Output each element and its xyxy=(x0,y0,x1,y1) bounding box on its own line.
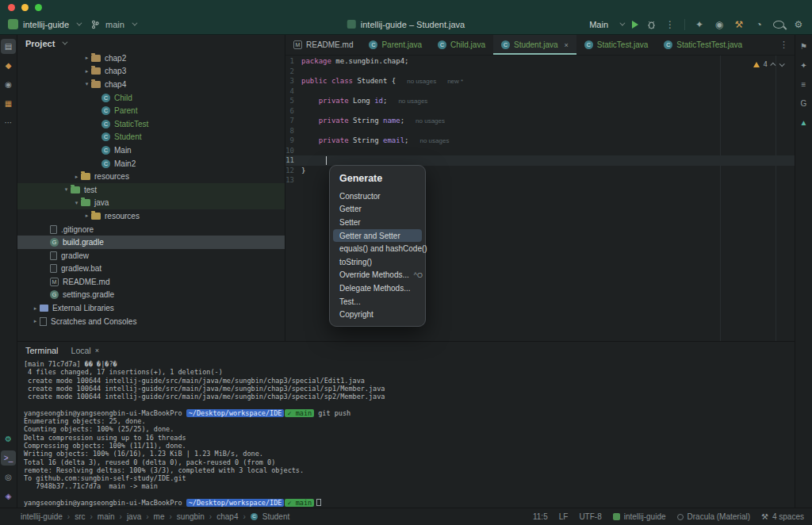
chevron-collapsed-icon[interactable]: ▸ xyxy=(31,318,40,324)
menu-item-copyright[interactable]: Copyright xyxy=(333,308,422,321)
terminal-output[interactable]: [main 71c7d7a] �� �|�?� 4 files changed,… xyxy=(17,359,795,507)
caret-position[interactable]: 11:5 xyxy=(533,512,548,521)
bookmarks-tool-icon[interactable]: ▦ xyxy=(1,96,16,111)
tree-item-gitignore[interactable]: ▸.gitignore xyxy=(17,223,285,236)
problems-tool-icon[interactable]: ◎ xyxy=(1,469,16,485)
github-pull-requests-icon[interactable]: ◉ xyxy=(1,77,16,92)
project-status[interactable]: intellij-guide xyxy=(613,512,666,521)
notifications-icon[interactable]: ⚑ xyxy=(796,39,811,54)
tab-parent-java[interactable]: CParent.java xyxy=(361,35,430,55)
commit-tool-icon[interactable]: ◆ xyxy=(1,58,16,73)
menu-item-getter-and-setter[interactable]: Getter and Setter xyxy=(333,229,422,243)
search-icon[interactable] xyxy=(773,21,784,29)
close-terminal-tab-icon[interactable]: × xyxy=(95,347,99,354)
breadcrumb-item[interactable]: sungbin xyxy=(177,512,205,521)
tree-item-student[interactable]: ▸CStudent xyxy=(17,131,285,144)
menu-item-tostring[interactable]: toString() xyxy=(333,255,422,269)
chevron-collapsed-icon[interactable]: ▸ xyxy=(31,305,40,312)
tree-item-main2[interactable]: ▸CMain2 xyxy=(17,157,285,171)
tab-statictest-java[interactable]: CStaticTest.java xyxy=(576,35,656,55)
line-separator[interactable]: LF xyxy=(559,512,569,521)
inspections-widget[interactable]: 4 xyxy=(753,59,783,70)
project-panel-header[interactable]: Project xyxy=(17,35,285,52)
collaboration-icon[interactable]: ◉ xyxy=(714,20,725,29)
build-hammer-icon[interactable]: ⚒ xyxy=(733,20,745,29)
tab-readme-md[interactable]: MREADME.md xyxy=(285,35,361,55)
tree-item-test[interactable]: ▾test xyxy=(17,183,285,197)
menu-item-setter[interactable]: Setter xyxy=(333,216,422,229)
tree-item-chap3[interactable]: ▸chap3 xyxy=(17,65,285,79)
terminal-tool-icon[interactable]: >_ xyxy=(1,450,16,466)
menu-item-getter[interactable]: Getter xyxy=(333,203,422,217)
tree-item-resources[interactable]: ▸resources xyxy=(17,209,285,223)
debug-button[interactable] xyxy=(647,20,656,29)
breadcrumb-item[interactable]: me xyxy=(154,512,165,521)
project-switcher[interactable]: intellij-guide xyxy=(23,20,69,29)
breadcrumb-item[interactable]: java xyxy=(127,512,141,521)
tree-item-gradlew-bat[interactable]: ▸gradlew.bat xyxy=(17,262,285,276)
chevron-expanded-icon[interactable]: ▾ xyxy=(62,186,71,193)
tab-statictesttest-java[interactable]: CStaticTestTest.java xyxy=(656,35,750,55)
settings-icon[interactable]: ⚙ xyxy=(793,20,804,29)
ai-assistant-icon[interactable]: ✦ xyxy=(694,20,705,29)
breadcrumb-item[interactable]: main xyxy=(98,512,115,521)
version-control-tool-icon[interactable]: ◈ xyxy=(1,489,16,504)
tree-item-java[interactable]: ▾java xyxy=(17,197,285,210)
close-window-button[interactable] xyxy=(8,4,15,11)
tree-item-scratches-and-consoles[interactable]: ▸Scratches and Consoles xyxy=(17,315,285,328)
chevron-collapsed-icon[interactable]: ▸ xyxy=(82,68,91,75)
java-class-icon: C xyxy=(369,40,377,49)
indent-status[interactable]: ⚒ 4 spaces xyxy=(761,512,804,521)
zoom-window-button[interactable] xyxy=(35,4,42,11)
tree-item-main[interactable]: ▸CMain xyxy=(17,144,285,157)
chevron-expanded-icon[interactable]: ▾ xyxy=(72,200,81,206)
chevron-collapsed-icon[interactable]: ▸ xyxy=(72,174,81,180)
prev-problem-icon[interactable] xyxy=(770,62,776,67)
tree-item-chap4[interactable]: ▾chap4 xyxy=(17,78,285,91)
database-icon[interactable]: ≡ xyxy=(796,77,811,92)
tab-label: StaticTest.java xyxy=(597,40,648,49)
tree-item-resources[interactable]: ▸resources xyxy=(17,170,285,183)
run-config-selector[interactable]: Main xyxy=(589,20,608,29)
menu-item-test[interactable]: Test... xyxy=(333,295,422,308)
services-tool-icon[interactable]: ⚙ xyxy=(1,431,16,446)
tree-item-statictest[interactable]: ▸CStaticTest xyxy=(17,117,285,131)
theme-status[interactable]: Dracula (Material) xyxy=(677,512,750,521)
chevron-expanded-icon[interactable]: ▾ xyxy=(82,81,91,87)
menu-item-equals-and-hashcode[interactable]: equals() and hashCode() xyxy=(333,242,422,255)
tree-item-external-libraries[interactable]: ▸External Libraries xyxy=(17,301,285,315)
chevron-collapsed-icon[interactable]: ▸ xyxy=(82,213,91,219)
tree-item-child[interactable]: ▸CChild xyxy=(17,91,285,105)
terminal-panel: Terminal Local × [main 71c7d7a] �� �|�?�… xyxy=(17,341,795,508)
close-tab-icon[interactable]: × xyxy=(565,41,569,49)
dependencies-icon[interactable]: ▲ xyxy=(796,115,811,130)
more-run-actions-icon[interactable]: ⋮ xyxy=(665,20,676,29)
assistant-icon[interactable]: ✦ xyxy=(796,58,811,73)
tab-child-java[interactable]: CChild.java xyxy=(430,35,493,55)
tree-item-parent[interactable]: ▸CParent xyxy=(17,104,285,117)
tree-item-settings-gradle[interactable]: ▸Gsettings.gradle xyxy=(17,289,285,302)
branch-switcher[interactable]: main xyxy=(105,20,124,29)
tab-options-icon[interactable]: ⋮ xyxy=(779,40,795,50)
run-button[interactable] xyxy=(632,21,638,29)
breadcrumb-item[interactable]: chap4 xyxy=(216,512,238,521)
chevron-collapsed-icon[interactable]: ▸ xyxy=(82,55,91,61)
menu-item-override-methods[interactable]: Override Methods...^O xyxy=(333,269,422,282)
minimize-window-button[interactable] xyxy=(21,4,29,11)
profiler-icon[interactable]: ◔ xyxy=(753,20,764,29)
breadcrumb-item[interactable]: intellij-guide xyxy=(21,512,63,521)
menu-item-delegate-methods[interactable]: Delegate Methods... xyxy=(333,282,422,295)
breadcrumb-item[interactable]: src xyxy=(75,512,85,521)
more-tool-windows-icon[interactable]: ⋯ xyxy=(1,115,16,130)
tree-item-readme-md[interactable]: ▸MREADME.md xyxy=(17,275,285,289)
tree-item-chap2[interactable]: ▸chap2 xyxy=(17,52,285,65)
project-tool-icon[interactable]: ▤ xyxy=(1,39,16,54)
tab-student-java[interactable]: CStudent.java× xyxy=(493,35,576,55)
tree-item-gradlew[interactable]: ▸gradlew xyxy=(17,249,285,262)
menu-item-constructor[interactable]: Constructor xyxy=(333,190,422,203)
gradle-icon[interactable]: G xyxy=(796,96,811,111)
terminal-tab-local[interactable]: Local × xyxy=(71,346,99,355)
file-encoding[interactable]: UTF-8 xyxy=(579,512,601,521)
tree-item-build-gradle[interactable]: ▸Gbuild.gradle xyxy=(17,236,285,249)
breadcrumb-item[interactable]: Student xyxy=(262,512,289,521)
